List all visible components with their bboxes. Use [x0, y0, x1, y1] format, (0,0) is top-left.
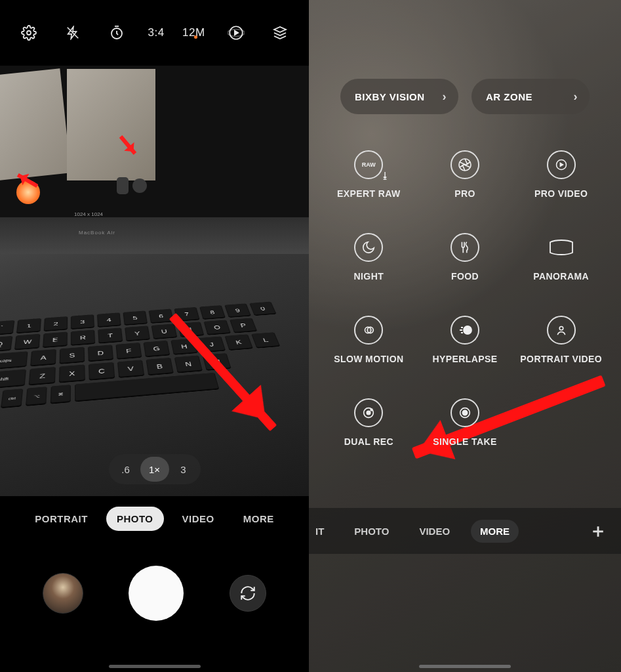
bixby-vision-button[interactable]: BIXBY VISION ›	[340, 79, 458, 114]
mode-label: PRO VIDEO	[534, 188, 588, 199]
zoom-1x[interactable]: 1×	[140, 457, 169, 482]
mode-slow-motion[interactable]: SLOW MOTION	[321, 316, 417, 364]
ar-zone-button[interactable]: AR ZONE ›	[471, 79, 590, 114]
switch-camera-icon	[239, 585, 256, 602]
zoom-3x[interactable]: 3	[169, 457, 198, 482]
switch-camera-button[interactable]	[230, 575, 266, 612]
aperture-icon	[451, 150, 479, 179]
timer-icon[interactable]	[104, 20, 130, 46]
svg-point-15	[462, 410, 467, 415]
bixby-vision-label: BIXBY VISION	[355, 91, 425, 102]
moon-icon	[354, 233, 383, 262]
mode-label: SINGLE TAKE	[433, 436, 496, 447]
mode-portrait-video[interactable]: PORTRAIT VIDEO	[513, 316, 609, 364]
svg-point-12	[367, 411, 371, 415]
more-modes-grid: RAW⭳ EXPERT RAW PRO PRO VIDEO NIGHT FOOD	[309, 150, 621, 447]
mode-label: SLOW MOTION	[334, 354, 403, 364]
mode-more[interactable]: MORE	[471, 520, 519, 543]
hyperlapse-icon	[451, 316, 479, 345]
right-screenshot: BIXBY VISION › AR ZONE › RAW⭳ EXPERT RAW…	[309, 0, 621, 672]
mode-single-take[interactable]: SINGLE TAKE	[417, 398, 513, 447]
zoom-selector: .6 1× 3	[109, 454, 201, 484]
mode-hyperlapse[interactable]: HYPERLAPSE	[417, 316, 513, 364]
chevron-right-icon: ›	[443, 90, 447, 104]
motion-photo-icon[interactable]	[223, 20, 249, 46]
filters-icon[interactable]	[267, 20, 293, 46]
mode-photo[interactable]: PHOTO	[345, 520, 398, 543]
mode-label: PANORAMA	[533, 271, 589, 282]
laptop-model-text: MacBook Air	[79, 230, 115, 236]
mode-expert-raw[interactable]: RAW⭳ EXPERT RAW	[321, 150, 417, 199]
mode-label: HYPERLAPSE	[433, 354, 498, 364]
mode-video[interactable]: VIDEO	[172, 507, 225, 531]
aspect-ratio-button[interactable]: 3:4	[148, 26, 165, 39]
mode-more[interactable]: MORE	[233, 507, 285, 531]
play-circle-icon	[547, 150, 576, 179]
zoom-0.6x[interactable]: .6	[111, 457, 140, 482]
mode-label: PRO	[454, 188, 475, 199]
panorama-icon	[547, 233, 576, 262]
slow-motion-icon	[354, 316, 383, 345]
mode-label: DUAL REC	[344, 436, 393, 447]
chevron-right-icon: ›	[574, 90, 578, 104]
mode-label: NIGHT	[354, 271, 384, 282]
shutter-button[interactable]	[129, 566, 184, 621]
dual-rec-icon	[354, 398, 383, 427]
mode-night[interactable]: NIGHT	[321, 233, 417, 282]
food-icon	[451, 233, 479, 262]
gallery-thumbnail[interactable]	[43, 573, 83, 614]
top-pill-row: BIXBY VISION › AR ZONE ›	[309, 79, 621, 114]
svg-point-0	[27, 31, 31, 35]
mode-food[interactable]: FOOD	[417, 233, 513, 282]
mode-dual-rec[interactable]: DUAL REC	[321, 398, 417, 447]
mode-label: EXPERT RAW	[337, 188, 401, 199]
camera-bottom-controls	[0, 541, 309, 646]
screen-dimensions-text: 1024 x 1024	[74, 211, 103, 217]
mode-label: PORTRAIT VIDEO	[520, 354, 602, 364]
mode-label: FOOD	[451, 271, 479, 282]
ar-zone-label: AR ZONE	[486, 91, 532, 102]
svg-point-13	[371, 409, 373, 411]
add-mode-button[interactable]: ＋	[586, 518, 611, 543]
mode-panorama[interactable]: PANORAMA	[513, 233, 609, 282]
plus-icon: ＋	[589, 518, 607, 543]
mode-pro-video[interactable]: PRO VIDEO	[513, 150, 609, 199]
left-screenshot: 3:4 12M 1024 x 1024 MacBook Air `1234567…	[0, 0, 309, 672]
home-indicator[interactable]	[419, 665, 511, 668]
more-mode-row: IT PHOTO VIDEO MORE ＋	[309, 508, 621, 554]
camera-topbar: 3:4 12M	[0, 0, 309, 66]
home-indicator[interactable]	[109, 665, 201, 668]
viewfinder-content: 1024 x 1024 MacBook Air `1234567890QWERT…	[0, 66, 309, 496]
svg-point-9	[464, 326, 471, 334]
single-take-icon	[451, 398, 479, 427]
recording-dot-indicator	[194, 35, 197, 39]
camera-mode-row: PORTRAIT PHOTO VIDEO MORE	[0, 496, 309, 541]
flash-off-icon[interactable]	[60, 20, 86, 46]
portrait-video-icon	[547, 316, 576, 345]
camera-viewfinder[interactable]: 1024 x 1024 MacBook Air `1234567890QWERT…	[0, 66, 309, 496]
mode-video[interactable]: VIDEO	[410, 520, 459, 543]
mode-photo[interactable]: PHOTO	[106, 507, 164, 531]
settings-icon[interactable]	[16, 20, 42, 46]
mode-portrait-cut[interactable]: IT	[311, 520, 333, 543]
mode-portrait[interactable]: PORTRAIT	[24, 507, 98, 531]
svg-point-10	[559, 327, 563, 331]
raw-icon: RAW⭳	[354, 150, 383, 179]
mode-pro[interactable]: PRO	[417, 150, 513, 199]
